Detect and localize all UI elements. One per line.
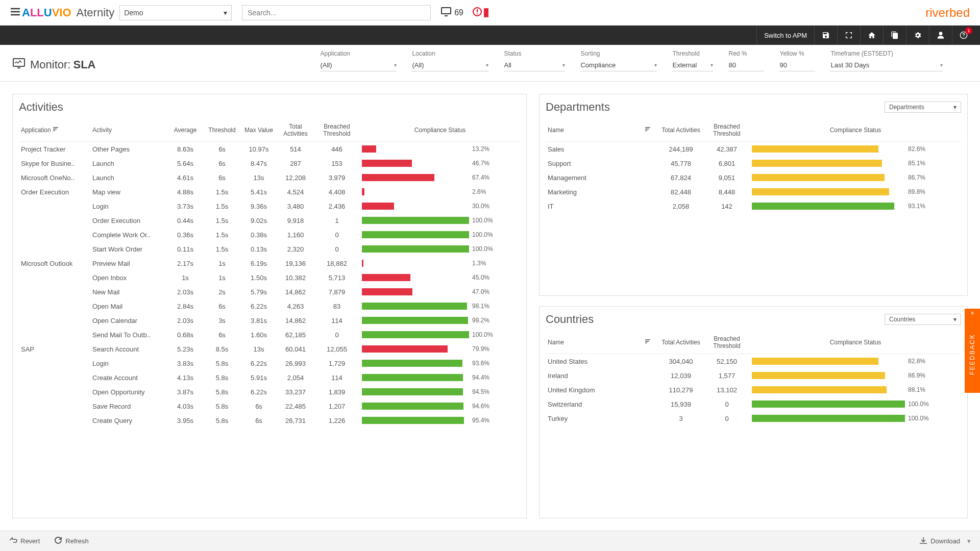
- table-row[interactable]: Management 67,824 9,051 86.7%: [546, 170, 961, 185]
- filter-value[interactable]: Last 30 Days▾: [830, 59, 943, 71]
- table-row[interactable]: Switzerland 15,939 0 100.0%: [546, 397, 961, 411]
- col-total[interactable]: Total Activities: [277, 119, 314, 142]
- table-row[interactable]: Marketing 82,448 8,448 89.8%: [546, 185, 961, 199]
- monitor-page-icon: [13, 58, 25, 71]
- col-max[interactable]: Max Value: [240, 119, 277, 142]
- filter-value[interactable]: 90: [779, 59, 815, 71]
- monitors-metric[interactable]: 69: [441, 7, 463, 18]
- table-row[interactable]: Login 3.83s 5.8s 6.22s 26,993 1,729 93.6…: [19, 356, 520, 370]
- chevron-down-icon: ▾: [710, 62, 713, 68]
- table-row[interactable]: Order Execution Map view 4.88s 1.5s 5.41…: [19, 185, 520, 199]
- filter-value[interactable]: (All)▾: [320, 59, 397, 71]
- ctry-col-comp[interactable]: Compliance Status: [750, 331, 961, 354]
- chevron-down-icon: ▾: [953, 104, 957, 111]
- filter-status[interactable]: Status All▾: [504, 50, 565, 71]
- table-row[interactable]: Microsoft Outlook Preview Mail 2.17s 1s …: [19, 256, 520, 270]
- table-row[interactable]: Complete Work Or.. 0.36s 1.5s 0.38s 1,16…: [19, 228, 520, 242]
- table-row[interactable]: Turkey 3 0 100.0%: [546, 411, 961, 425]
- table-row[interactable]: Create Query 3.95s 5.8s 6s 26,731 1,226 …: [19, 413, 520, 428]
- table-row[interactable]: Project Tracker Other Pages 8.63s 6s 10.…: [19, 142, 520, 156]
- menu-icon[interactable]: [10, 6, 20, 19]
- table-row[interactable]: Create Account 4.13s 5.8s 5.91s 2,054 11…: [19, 370, 520, 385]
- activities-panel: Activities Application Activity Average …: [12, 94, 527, 518]
- table-row[interactable]: Skype for Busine.. Launch 5.64s 6s 8.47s…: [19, 156, 520, 170]
- col-activity[interactable]: Activity: [90, 119, 167, 142]
- table-row[interactable]: Open Inbox 1s 1s 1.50s 10,382 5,713 45.0…: [19, 270, 520, 285]
- table-row[interactable]: United States 304,040 52,150 82.8%: [546, 354, 961, 369]
- col-breach[interactable]: Breached Threshold: [314, 119, 360, 142]
- fullscreen-icon[interactable]: [837, 26, 860, 45]
- feedback-tab[interactable]: FEEDBACK: [965, 316, 980, 393]
- search-input[interactable]: [242, 5, 431, 20]
- table-row[interactable]: Microsoft OneNo.. Launch 4.61s 6s 13s 12…: [19, 170, 520, 185]
- dept-col-breach[interactable]: Breached Threshold: [704, 119, 750, 142]
- filter-sorting[interactable]: Sorting Compliance▾: [580, 50, 657, 71]
- filter-red-[interactable]: Red % 80: [728, 50, 764, 71]
- content-area: Activities Application Activity Average …: [0, 82, 980, 531]
- revert-button[interactable]: Revert: [9, 537, 40, 545]
- filter-timeframe-est-edt-[interactable]: Timeframe (EST5EDT) Last 30 Days▾: [830, 50, 943, 71]
- col-average[interactable]: Average: [167, 119, 204, 142]
- table-row[interactable]: SAP Search Account 5.23s 8.5s 13s 60,041…: [19, 342, 520, 356]
- table-row[interactable]: Start Work Order 0.11s 1.5s 0.13s 2,320 …: [19, 242, 520, 256]
- gear-icon[interactable]: [906, 26, 929, 45]
- countries-panel: Countries Countries▾ Name Total Activiti…: [539, 306, 968, 518]
- table-row[interactable]: Open Calendar 2.03s 3s 3.81s 14,862 114 …: [19, 313, 520, 328]
- table-row[interactable]: Open Mail 2.84s 6s 6.22s 4,263 83 98.1%: [19, 299, 520, 313]
- riverbed-logo: riverbed: [925, 6, 970, 20]
- filter-value[interactable]: Compliance▾: [580, 59, 657, 71]
- sort-icon[interactable]: [645, 339, 651, 346]
- dept-col-total[interactable]: Total Activities: [658, 119, 704, 142]
- download-button[interactable]: Download: [919, 537, 960, 545]
- alluvio-logo: ALLUVIO: [10, 6, 71, 19]
- col-application[interactable]: Application: [21, 127, 51, 134]
- table-row[interactable]: Open Opportunity 3.87s 5.8s 6.22s 33,237…: [19, 385, 520, 399]
- alerts-metric[interactable]: 2: [473, 7, 488, 18]
- product-name: Aternity: [77, 6, 115, 19]
- table-row[interactable]: Ireland 12,039 1,577 86.9%: [546, 368, 961, 383]
- filter-value[interactable]: (All)▾: [412, 59, 488, 71]
- countries-selector[interactable]: Countries▾: [885, 314, 961, 325]
- ctry-col-total[interactable]: Total Activities: [658, 331, 704, 354]
- chevron-down-icon[interactable]: ▾: [967, 537, 971, 545]
- tenant-select[interactable]: Demo ▾: [119, 5, 232, 20]
- ctry-col-breach[interactable]: Breached Threshold: [704, 331, 750, 354]
- col-compliance[interactable]: Compliance Status: [360, 119, 520, 142]
- help-icon[interactable]: 1: [952, 26, 975, 45]
- table-row[interactable]: Sales 244,189 42,387 82.6%: [546, 142, 961, 157]
- departments-selector[interactable]: Departments▾: [885, 102, 961, 113]
- switch-apm-button[interactable]: Switch to APM: [756, 26, 814, 45]
- bottom-bar: Revert Refresh Download ▾: [0, 531, 980, 551]
- ctry-col-name[interactable]: Name: [548, 339, 564, 346]
- table-row[interactable]: United Kingdom 110,279 13,102 88.1%: [546, 383, 961, 397]
- copy-icon[interactable]: [883, 26, 906, 45]
- alert-icon: [473, 7, 482, 18]
- filter-yellow-[interactable]: Yellow % 90: [779, 50, 815, 71]
- filter-location[interactable]: Location (All)▾: [412, 50, 488, 71]
- filter-value[interactable]: All▾: [504, 59, 565, 71]
- tenant-value: Demo: [124, 9, 143, 17]
- sort-icon[interactable]: [53, 127, 59, 134]
- table-row[interactable]: IT 2,058 142 93.1%: [546, 199, 961, 213]
- col-threshold[interactable]: Threshold: [204, 119, 240, 142]
- table-row[interactable]: Send Mail To Outb.. 0.68s 6s 1.60s 62,18…: [19, 328, 520, 342]
- table-row[interactable]: Order Execution 0.44s 1.5s 9.02s 9,918 1…: [19, 213, 520, 228]
- table-row[interactable]: Login 3.73s 1.5s 9.36s 3,480 2,436 30.0%: [19, 199, 520, 213]
- save-icon[interactable]: [814, 26, 837, 45]
- table-row[interactable]: Save Record 4.03s 5.8s 6s 22,485 1,207 9…: [19, 399, 520, 413]
- dept-col-comp[interactable]: Compliance Status: [750, 119, 961, 142]
- filter-value[interactable]: 80: [728, 59, 764, 71]
- user-icon[interactable]: [929, 26, 952, 45]
- filter-value[interactable]: External▾: [672, 59, 713, 71]
- table-row[interactable]: New Mail 2.03s 2s 5.79s 14,862 7,879 47.…: [19, 285, 520, 299]
- table-row[interactable]: Support 45,778 6,801 85.1%: [546, 156, 961, 170]
- refresh-button[interactable]: Refresh: [54, 536, 89, 546]
- home-icon[interactable]: [860, 26, 883, 45]
- filter-application[interactable]: Application (All)▾: [320, 50, 397, 71]
- sort-icon[interactable]: [645, 127, 651, 134]
- page-title: Monitor: SLA: [13, 58, 95, 71]
- chevron-down-icon: ▾: [486, 62, 488, 68]
- svg-rect-0: [442, 8, 451, 14]
- filter-threshold[interactable]: Threshold External▾: [672, 50, 713, 71]
- dept-col-name[interactable]: Name: [548, 127, 564, 134]
